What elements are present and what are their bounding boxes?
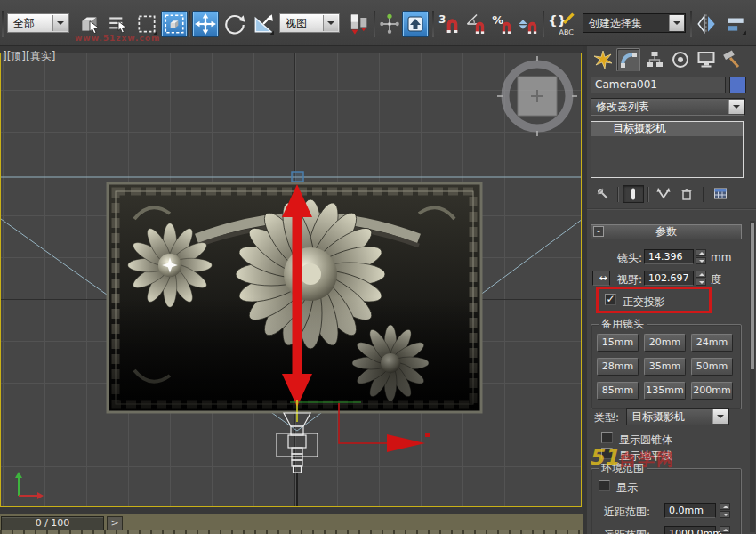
next-frame-button[interactable]: >: [107, 516, 123, 530]
percent-snap-button[interactable]: %: [490, 11, 517, 37]
select-by-name-icon: [107, 12, 130, 36]
lens-85mm-button[interactable]: 85mm: [597, 382, 639, 400]
chevron-down-icon[interactable]: [712, 409, 728, 424]
make-unique-icon: [656, 187, 671, 201]
pin-stack-button[interactable]: [592, 185, 614, 203]
show-cone-row: 显示圆锥体: [587, 431, 756, 447]
lens-135mm-button[interactable]: 135mm: [644, 382, 686, 400]
select-and-move-button[interactable]: [192, 11, 219, 37]
camera-viewport[interactable]: [0, 53, 582, 507]
named-selection-set-value: 创建选择集: [589, 17, 642, 29]
align-button[interactable]: [722, 11, 749, 37]
tab-hierarchy[interactable]: [642, 48, 666, 71]
tab-modify[interactable]: [616, 48, 640, 71]
angle-snap-button[interactable]: [463, 11, 490, 37]
lens-value-field[interactable]: 14.396: [644, 249, 694, 264]
lens-28mm-button[interactable]: 28mm: [597, 358, 639, 376]
select-and-scale-button[interactable]: [250, 11, 277, 37]
lens-spinner[interactable]: [696, 249, 706, 264]
tab-display[interactable]: [694, 48, 718, 71]
configure-modifier-sets-button[interactable]: [710, 185, 731, 203]
fov-spinner[interactable]: [696, 271, 706, 286]
viewport-area: ][顶][真实]: [0, 46, 583, 514]
modifier-stack[interactable]: 目标摄影机: [591, 121, 744, 178]
lens-200mm-button[interactable]: 200mm: [691, 382, 733, 400]
track-bar-ticks[interactable]: [0, 530, 583, 534]
selection-filter-value: 全部: [13, 17, 35, 29]
fov-value-field[interactable]: 102.697: [644, 271, 694, 286]
use-pivot-center-button[interactable]: [345, 11, 372, 37]
spinner-snap-button[interactable]: [516, 11, 543, 37]
watermark-text: www.51zxw.com: [75, 34, 160, 43]
mirror-button[interactable]: [694, 11, 720, 37]
lens-20mm-button[interactable]: 20mm: [644, 334, 686, 352]
tab-create[interactable]: [591, 48, 615, 71]
environment-ranges-title: 环境范围: [599, 461, 647, 476]
edit-named-selection-sets-button[interactable]: {} ABC: [546, 11, 578, 37]
keyboard-shortcut-override-toggle[interactable]: [402, 11, 429, 37]
lens-24mm-button[interactable]: 24mm: [691, 334, 733, 352]
fov-unit: 度: [711, 272, 721, 287]
near-range-spinner[interactable]: [720, 503, 730, 518]
viewcube[interactable]: [497, 56, 577, 136]
percent-snap-icon: %: [491, 12, 516, 36]
timeline-bar: 0 / 100 >: [0, 514, 583, 534]
display-tab-icon: [696, 50, 716, 69]
svg-text:{}: {}: [548, 12, 567, 28]
modifier-list-dropdown[interactable]: 修改器列表: [591, 98, 745, 116]
show-cone-checkbox[interactable]: [601, 432, 613, 443]
camera-object[interactable]: [277, 413, 318, 473]
panel-divider: [587, 208, 756, 210]
time-slider[interactable]: 0 / 100: [1, 516, 104, 530]
viewport-label[interactable]: ][顶][真实]: [3, 49, 55, 64]
select-and-manipulate-button[interactable]: [376, 11, 403, 37]
collapse-icon[interactable]: -: [593, 226, 604, 237]
selection-filter-dropdown[interactable]: 全部: [7, 13, 69, 33]
toolbar-separator: [189, 11, 190, 37]
orthographic-row: ✓ 正交投影: [587, 293, 756, 309]
tab-motion[interactable]: [668, 48, 692, 71]
chevron-down-icon[interactable]: [52, 15, 68, 31]
near-range-field[interactable]: 0.0mm: [664, 503, 716, 518]
stock-lenses-group: 备用镜头 15mm 20mm 24mm 28mm 35mm 50mm 85mm …: [591, 324, 742, 409]
make-unique-button[interactable]: [653, 185, 674, 203]
lens-label: 镜头:: [617, 251, 642, 266]
panel-scrollbar[interactable]: [750, 221, 755, 532]
object-color-swatch[interactable]: [729, 77, 746, 93]
object-name-field[interactable]: Camera001: [591, 77, 726, 93]
lens-50mm-button[interactable]: 50mm: [691, 358, 733, 376]
move-icon: [194, 12, 217, 36]
show-horizon-checkbox[interactable]: [601, 448, 613, 459]
modify-tab-icon: [619, 50, 639, 69]
env-show-checkbox[interactable]: [599, 480, 610, 491]
parameters-rollout-header[interactable]: - 参数: [591, 224, 742, 239]
fov-direction-button[interactable]: ↔: [592, 271, 610, 286]
stack-item-target-camera[interactable]: 目标摄影机: [591, 122, 743, 136]
panel-scrollbar-thumb[interactable]: [751, 222, 754, 369]
named-selection-set-dropdown[interactable]: 创建选择集: [583, 13, 686, 33]
reference-coordinate-dropdown[interactable]: 视图: [279, 13, 340, 33]
chevron-down-icon[interactable]: [669, 15, 684, 31]
camera-target-selection[interactable]: [292, 172, 303, 182]
tab-utilities[interactable]: [720, 48, 744, 71]
chevron-down-icon[interactable]: [323, 15, 338, 31]
window-crossing-toggle[interactable]: [161, 11, 188, 37]
toolbar-separator: [2, 11, 4, 37]
chevron-down-icon[interactable]: [728, 100, 744, 114]
snap-toggle-3d-button[interactable]: 3: [436, 11, 462, 37]
orthographic-checkbox[interactable]: ✓: [605, 294, 616, 305]
stock-lenses-title: 备用镜头: [599, 317, 647, 332]
stack-toolbar-separator: [647, 187, 648, 202]
rollout-title: 参数: [655, 225, 677, 238]
lens-35mm-button[interactable]: 35mm: [644, 358, 686, 376]
show-end-result-button[interactable]: [623, 185, 644, 203]
toolbar-separator: [432, 11, 434, 37]
scale-icon: [252, 12, 275, 36]
camera-type-dropdown[interactable]: 目标摄影机: [626, 408, 729, 425]
far-range-field[interactable]: 1000.0mm: [664, 526, 716, 534]
lens-15mm-button[interactable]: 15mm: [597, 334, 639, 352]
svg-text:3: 3: [438, 13, 446, 26]
select-and-rotate-button[interactable]: [221, 11, 248, 37]
remove-modifier-button[interactable]: [676, 185, 697, 203]
far-range-spinner[interactable]: [720, 526, 730, 534]
